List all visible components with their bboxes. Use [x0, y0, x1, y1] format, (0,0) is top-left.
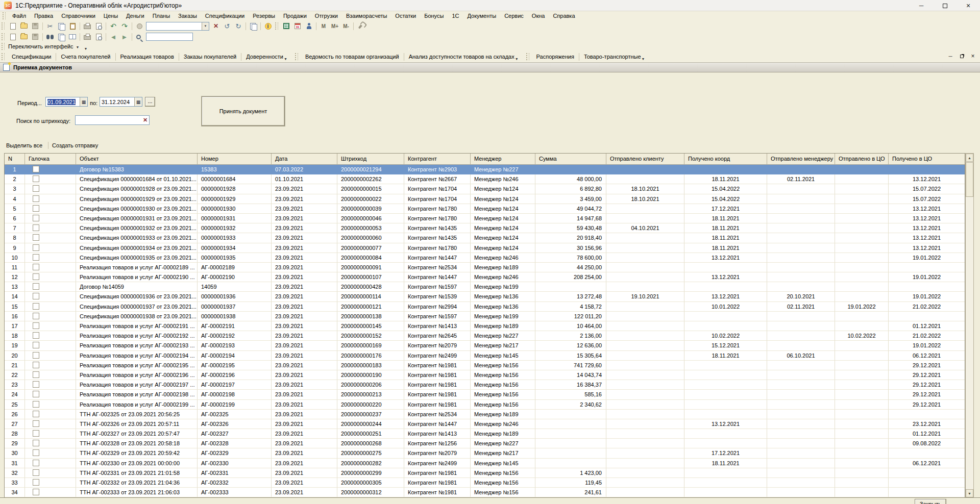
new-form-icon[interactable]: [8, 32, 18, 41]
table-row[interactable]: 15Спецификация 00000001937 от 23.09.2021…: [5, 302, 965, 312]
open-form-icon[interactable]: [19, 32, 29, 41]
toolbar-overflow-icon[interactable]: ▼: [84, 47, 87, 51]
quick-search-input[interactable]: [146, 33, 193, 41]
vertical-scrollbar[interactable]: ▲ ▼: [965, 153, 974, 498]
table-row[interactable]: 13Договор №140591405923.09.2021200000000…: [5, 282, 965, 292]
scroll-up-icon[interactable]: ▲: [966, 154, 973, 162]
tab-button-6[interactable]: Ведомость по товарам организаций: [301, 51, 404, 62]
menu-item-16[interactable]: Документы: [463, 11, 500, 20]
menu-item-6[interactable]: Планы: [149, 11, 174, 20]
row-checkbox[interactable]: [33, 391, 39, 397]
save-icon[interactable]: [30, 21, 40, 31]
user-search-icon[interactable]: [304, 21, 314, 31]
table-row[interactable]: 6Спецификация 00000001931 от 23.09.2021.…: [5, 214, 965, 223]
row-checkbox[interactable]: [33, 224, 39, 231]
menu-item-9[interactable]: Резервы: [249, 11, 279, 20]
table-row[interactable]: 10Спецификация 00000001935 от 23.09.2021…: [5, 253, 965, 263]
copy-pages-icon[interactable]: [248, 21, 258, 31]
child-restore-button[interactable]: [958, 53, 966, 60]
table-row[interactable]: 26ТТН АГ-002325 от 23.09.2021 20:56:25АГ…: [5, 410, 965, 419]
child-minimize-button[interactable]: ─: [946, 53, 954, 60]
menu-item-4[interactable]: Цены: [100, 11, 122, 20]
column-header-date[interactable]: Дата: [272, 154, 337, 165]
menu-item-8[interactable]: Спецификации: [201, 11, 249, 20]
row-checkbox[interactable]: [33, 195, 39, 202]
new-document-icon[interactable]: [8, 21, 18, 31]
table-row[interactable]: 22Реализация товаров и услуг АГ-00002196…: [5, 370, 965, 380]
table-row[interactable]: 28ТТН АГ-002327 от 23.09.2021 20:57:47АГ…: [5, 429, 965, 439]
column-header-sum[interactable]: Сумма: [535, 154, 606, 165]
period-to-field[interactable]: 31.12.2024 ▦: [100, 97, 142, 107]
column-header-check[interactable]: Галочка: [25, 154, 76, 165]
table-row[interactable]: 31ТТН АГ-002330 от 23.09.2021 00:00:00АГ…: [5, 459, 965, 468]
table-row[interactable]: 21Реализация товаров и услуг АГ-00002195…: [5, 361, 965, 370]
save-form-icon[interactable]: [30, 32, 40, 41]
table-row[interactable]: 8Спецификация 00000001933 от 23.09.2021.…: [5, 233, 965, 243]
minimize-button[interactable]: ─: [910, 0, 933, 11]
service-settings-icon[interactable]: [356, 21, 366, 31]
row-checkbox[interactable]: [33, 244, 39, 251]
row-checkbox[interactable]: [33, 411, 39, 417]
column-header-number[interactable]: Номер: [198, 154, 272, 165]
column-header-n[interactable]: N: [5, 154, 25, 165]
column-header-contractor[interactable]: Контрагент: [404, 154, 471, 165]
row-checkbox[interactable]: [33, 313, 39, 319]
tab-button-3[interactable]: Реализация товаров: [116, 51, 179, 62]
table-row[interactable]: 27ТТН АГ-002326 от 23.09.2021 20:57:11АГ…: [5, 419, 965, 429]
row-checkbox[interactable]: [33, 332, 39, 339]
table-row[interactable]: 18Реализация товаров и услуг АГ-00002192…: [5, 331, 965, 341]
table-row[interactable]: 14Спецификация 00000001936 от 23.09.2021…: [5, 292, 965, 301]
menu-item-18[interactable]: Окна: [528, 11, 549, 20]
menu-item-15[interactable]: 1С: [448, 11, 463, 20]
table-row[interactable]: 25Реализация товаров и услуг АГ-00002199…: [5, 400, 965, 410]
memory-add-button[interactable]: M+: [330, 21, 340, 31]
scrollbar-thumb[interactable]: [966, 162, 973, 197]
select-all-button[interactable]: Выделить все: [6, 141, 42, 149]
table-row[interactable]: 34ТТН АГ-002333 от 23.09.2021 21:06:03АГ…: [5, 488, 965, 497]
row-checkbox[interactable]: [33, 371, 39, 378]
menu-item-2[interactable]: Правка: [30, 11, 57, 20]
table-row[interactable]: 7Спецификация 00000001932 от 23.09.2021.…: [5, 223, 965, 233]
row-checkbox[interactable]: [33, 479, 39, 486]
switch-interface-button[interactable]: Переключить интерфейс: [7, 43, 76, 49]
row-checkbox[interactable]: [33, 352, 39, 359]
column-header-manager[interactable]: Менеджер: [471, 154, 535, 165]
menu-item-3[interactable]: Справочники: [57, 11, 100, 20]
row-checkbox[interactable]: [33, 254, 39, 261]
period-settings-button[interactable]: ...: [145, 97, 155, 107]
table-row[interactable]: 16Спецификация 00000001938 от 23.09.2021…: [5, 312, 965, 321]
table-row[interactable]: 3Спецификация 00000001928 от 23.09.2021.…: [5, 184, 965, 194]
cut-icon[interactable]: ✂: [45, 21, 55, 31]
tab-button-4[interactable]: Заказы покупателей: [179, 51, 241, 62]
table-row[interactable]: 20Реализация товаров и услуг АГ-00002194…: [5, 351, 965, 361]
row-checkbox[interactable]: [33, 166, 39, 172]
menu-item-10[interactable]: Продажи: [279, 11, 311, 20]
table-row[interactable]: 17Реализация товаров и услуг АГ-00002191…: [5, 321, 965, 331]
calculation-combobox[interactable]: ▼: [146, 22, 209, 31]
navigate-back-icon[interactable]: ◄: [108, 32, 118, 41]
close-button[interactable]: ×: [957, 0, 980, 11]
scroll-down-icon[interactable]: ▼: [966, 489, 973, 497]
copy-document-icon[interactable]: [56, 32, 66, 41]
menu-item-14[interactable]: Бонусы: [420, 11, 448, 20]
column-header-sent_client[interactable]: Отправлено клиенту: [606, 154, 684, 165]
info-icon[interactable]: i: [263, 21, 273, 31]
table-row[interactable]: 24Реализация товаров и услуг АГ-00002198…: [5, 390, 965, 399]
memory-recall-button[interactable]: M: [318, 21, 329, 31]
menu-item-5[interactable]: Деньги: [122, 11, 149, 20]
menu-item-7[interactable]: Заказы: [174, 11, 201, 20]
row-checkbox[interactable]: [33, 469, 39, 476]
tab-button-8[interactable]: Распоряжения: [532, 51, 579, 62]
table-row[interactable]: 2Спецификация 00000001684 от 01.10.2021.…: [5, 174, 965, 184]
menu-item-12[interactable]: Взаиморасчеты: [342, 11, 391, 20]
column-header-object[interactable]: Объект: [76, 154, 198, 165]
period-from-field[interactable]: 01.09.2021 ▦: [45, 97, 88, 107]
table-row[interactable]: 4Спецификация 00000001929 от 23.09.2021.…: [5, 194, 965, 204]
row-checkbox[interactable]: [33, 449, 39, 456]
column-header-received_coord[interactable]: Получено коорд: [684, 154, 767, 165]
clear-search-icon[interactable]: ✕: [141, 116, 149, 124]
accept-document-button[interactable]: Принять документ: [202, 96, 285, 126]
table-row[interactable]: 30ТТН АГ-002329 от 23.09.2021 20:59:42АГ…: [5, 448, 965, 458]
row-checkbox[interactable]: [33, 342, 39, 348]
undo-icon[interactable]: ↶: [108, 21, 118, 31]
